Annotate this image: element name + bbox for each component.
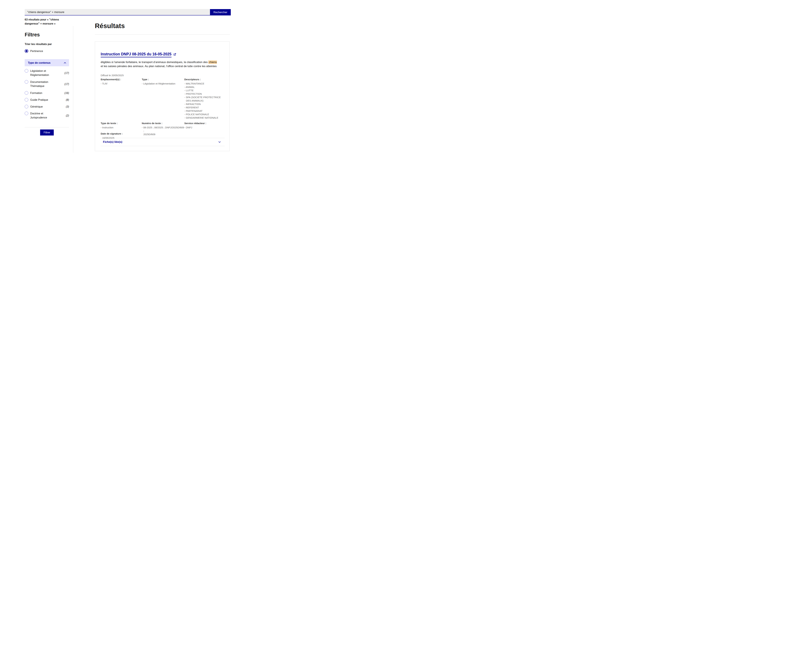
filter-option-guide-pratique[interactable]: Guide Pratique (8) xyxy=(25,98,69,102)
meta-label: Numéro de texte : xyxy=(142,121,184,125)
meta-service: Service rédacteur : - DNPJ xyxy=(184,121,224,140)
filter-option-count: (16) xyxy=(64,92,69,95)
sidebar-divider xyxy=(25,127,69,128)
page-title: Résultats xyxy=(95,22,125,30)
results-summary: 63 résultats pour « "chiens dangereux" +… xyxy=(25,17,63,26)
page: Rechercher 63 résultats pour « "chiens d… xyxy=(0,0,254,164)
meta-value: - POLICE NATIONALE xyxy=(184,112,224,116)
fiches-liees-toggle[interactable]: Fiche(s) liée(s) xyxy=(101,138,225,146)
filtrer-button[interactable]: Filtrer xyxy=(40,129,54,135)
filter-option-formation[interactable]: Formation (16) xyxy=(25,91,69,95)
radio-icon xyxy=(25,98,28,101)
snippet-text: éligibles à l’amende forfaitaire, le tra… xyxy=(101,61,208,64)
chevron-up-icon xyxy=(64,62,66,64)
sort-option-pertinence[interactable]: Pertinence xyxy=(25,49,43,53)
filter-option-doctrine[interactable]: Doctrine et Jurisprudence (2) xyxy=(25,111,69,120)
sort-option-label: Pertinence xyxy=(30,50,43,53)
meta-label: Descripteurs : xyxy=(184,78,224,81)
meta-label: Type de texte : xyxy=(101,121,142,125)
meta-value: - Instruction xyxy=(101,126,142,129)
meta-value: - REFERENT xyxy=(184,106,224,109)
result-metadata: Emplacement(s) : - TLR/ Type : - Législa… xyxy=(101,78,224,140)
meta-value: - 08-2025 ; 08/2025 ; DNPJ/2025D/609 ; xyxy=(142,126,184,132)
published-date: Diffusé le 20/05/2025 xyxy=(101,74,124,77)
meta-value: - SPA (SOCIETE PROTECTRICE DES ANIMAUX) xyxy=(184,95,224,102)
filter-option-label: Législation et Réglementation xyxy=(30,69,57,77)
accordion-type-de-contenus[interactable]: Type de contenus xyxy=(25,59,69,66)
external-link-icon xyxy=(174,53,176,56)
meta-label: Service rédacteur : xyxy=(184,121,224,125)
meta-numero: Numéro de texte : - 08-2025 ; 08/2025 ; … xyxy=(142,121,184,140)
filter-option-count: (8) xyxy=(66,98,69,101)
meta-value: - PARTENARIAT xyxy=(184,109,224,112)
meta-value: 2025D/609 xyxy=(142,132,184,136)
result-title-link[interactable]: Instruction DNPJ 08-2025 du 16-05-2025 xyxy=(101,52,171,58)
filter-option-count: (3) xyxy=(66,105,69,108)
filter-option-label: Formation xyxy=(30,91,42,95)
radio-icon xyxy=(25,105,28,108)
filter-option-label: Doctrine et Jurisprudence xyxy=(30,111,57,120)
meta-value: - GENDARMERIE NATIONALE xyxy=(184,116,224,120)
sort-by-label: Trier les résultats par xyxy=(25,42,52,46)
radio-icon xyxy=(25,91,28,95)
fiches-liees-label: Fiche(s) liée(s) xyxy=(103,140,122,143)
result-title-row: Instruction DNPJ 08-2025 du 16-05-2025 xyxy=(101,52,176,58)
filter-option-documentation[interactable]: Documentation Thématique (17) xyxy=(25,80,69,89)
filter-option-label: Guide Pratique xyxy=(30,98,48,102)
chevron-down-icon xyxy=(219,141,221,143)
search-input[interactable] xyxy=(25,9,210,16)
filter-option-count: (2) xyxy=(66,114,69,117)
filter-option-count: (17) xyxy=(64,83,69,86)
radio-icon xyxy=(25,80,28,84)
snippet-text: et les saisies pénales des animaux. Au p… xyxy=(101,65,217,68)
search-button[interactable]: Rechercher xyxy=(210,9,231,16)
filter-option-count: (17) xyxy=(64,72,69,75)
filter-option-label: Documentation Thématique xyxy=(30,80,57,89)
filter-option-legislation[interactable]: Législation et Réglementation (17) xyxy=(25,69,69,77)
meta-value: - MALTRAITANCE xyxy=(184,82,224,85)
search-bar: Rechercher xyxy=(25,9,231,16)
meta-emplacement: Emplacement(s) : - TLR/ xyxy=(101,78,142,120)
meta-label: Emplacement(s) : xyxy=(101,78,142,81)
radio-icon xyxy=(25,69,28,73)
meta-label: Type : xyxy=(142,78,184,81)
filter-option-label: Générique xyxy=(30,104,43,109)
meta-type-texte-et-date: Type de texte : - Instruction Date de si… xyxy=(101,121,142,140)
result-card: Instruction DNPJ 08-2025 du 16-05-2025 é… xyxy=(95,41,230,151)
meta-descripteurs: Descripteurs : - MALTRAITANCE - ANIMAL -… xyxy=(184,78,224,120)
radio-icon xyxy=(25,112,28,115)
filter-option-generique[interactable]: Générique (3) xyxy=(25,104,69,109)
meta-label: Date de signature : xyxy=(101,132,142,135)
filters-title: Filtres xyxy=(25,32,40,38)
meta-type: Type : - Législation et Réglementation xyxy=(142,78,184,120)
accordion-title: Type de contenus xyxy=(28,61,51,64)
fiches-divider-bottom xyxy=(101,146,225,146)
meta-value: - TLR/ xyxy=(101,82,142,85)
meta-value: - DNPJ xyxy=(184,126,224,129)
sidebar-main-divider xyxy=(73,26,73,153)
snippet-highlight: chiens xyxy=(208,61,217,64)
meta-value: - LUTTE xyxy=(184,89,224,92)
result-snippet: éligibles à l’amende forfaitaire, le tra… xyxy=(101,60,218,68)
meta-value: - INFRACTION xyxy=(184,102,224,106)
meta-value: - Législation et Réglementation xyxy=(142,82,184,85)
meta-value: - ANIMAL xyxy=(184,85,224,89)
radio-selected-icon xyxy=(25,49,28,53)
meta-value: - PROTECTION xyxy=(184,92,224,95)
